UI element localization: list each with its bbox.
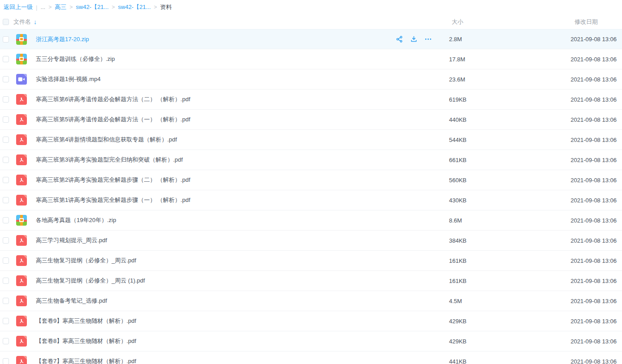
row-checkbox[interactable] <box>3 318 9 324</box>
row-actions <box>395 35 449 43</box>
file-modified-date: 2021-09-08 13:06 <box>488 197 622 204</box>
table-row[interactable]: 寒高三班第1讲高考实验题完全解题步骤（一） （解析）.pdf 430KB 202… <box>0 190 622 210</box>
file-modified-date: 2021-09-08 13:06 <box>488 56 622 63</box>
table-row[interactable]: 寒高三班第2讲高考实验题完全解题步骤（二） （解析）.pdf 560KB 202… <box>0 170 622 190</box>
breadcrumb-item[interactable]: sw42-【21... <box>76 4 108 10</box>
file-name-link[interactable]: 高三生物复习提纲（必修全）_周云 (1).pdf <box>36 277 449 285</box>
file-name-link[interactable]: 寒高三班第3讲高考实验题型完全归纳和突破（解析）.pdf <box>36 156 449 164</box>
file-name-link[interactable]: 【套卷8】寒高三生物随材（解析）.pdf <box>36 337 449 345</box>
row-checkbox[interactable] <box>3 157 9 163</box>
file-manager-page: 返回上一级 | ...>高三>sw42-【21...>sw42-【21...>资… <box>0 0 622 364</box>
row-checkbox[interactable] <box>3 358 9 364</box>
file-name-link[interactable]: 高三生物复习提纲（必修全）_周云.pdf <box>36 257 449 265</box>
file-name-link[interactable]: 寒高三班第5讲高考遗传题必会解题方法（一） （解析）.pdf <box>36 116 449 124</box>
table-row[interactable]: 高三生物备考笔记_选修.pdf 4.5M 2021-09-08 13:06 <box>0 291 622 311</box>
file-name-link[interactable]: 寒高三班第6讲高考遗传题必会解题方法（二） （解析）.pdf <box>36 95 449 103</box>
table-row[interactable]: 实验选择题1例-视频.mp4 23.6M 2021-09-08 13:06 <box>0 69 622 90</box>
table-row[interactable]: 高三生物复习提纲（必修全）_周云.pdf 161KB 2021-09-08 13… <box>0 251 622 271</box>
row-checkbox[interactable] <box>3 137 9 143</box>
file-size: 440KB <box>449 116 488 123</box>
sort-desc-icon[interactable]: ↓ <box>34 18 37 26</box>
table-row[interactable]: 高三生物复习提纲（必修全）_周云 (1).pdf 161KB 2021-09-0… <box>0 271 622 291</box>
file-name-link[interactable]: 【套卷9】寒高三生物随材（解析）.pdf <box>36 317 449 325</box>
file-name-link[interactable]: 实验选择题1例-视频.mp4 <box>36 75 449 83</box>
breadcrumb-separator: > <box>112 4 115 10</box>
table-row[interactable]: 高三学习规划提示_周云.pdf 384KB 2021-09-08 13:06 <box>0 231 622 251</box>
download-icon[interactable] <box>410 35 418 43</box>
table-row[interactable]: 寒高三班第4讲新情境题型和信息获取专题（解析）.pdf 544KB 2021-0… <box>0 130 622 150</box>
file-size: 4.5M <box>449 298 488 304</box>
file-modified-date: 2021-09-08 13:06 <box>488 257 622 264</box>
table-row[interactable]: 【套卷7】寒高三生物随材（解析）.pdf 441KB 2021-09-08 13… <box>0 351 622 364</box>
pdf-file-icon <box>16 255 27 266</box>
breadcrumb-separator: > <box>154 4 157 10</box>
row-checkbox[interactable] <box>3 56 9 62</box>
column-header-name[interactable]: 文件名 ↓ <box>13 18 37 26</box>
file-modified-date: 2021-09-08 13:06 <box>488 237 622 244</box>
breadcrumb: 返回上一级 | ...>高三>sw42-【21...>sw42-【21...>资… <box>0 0 622 14</box>
column-header-modified[interactable]: 修改日期 <box>574 18 598 26</box>
share-icon[interactable] <box>395 35 403 43</box>
file-size: 429KB <box>449 338 488 345</box>
file-name-link[interactable]: 各地高考真题（19年20年）.zip <box>36 216 449 224</box>
row-checkbox[interactable] <box>3 217 9 223</box>
file-size: 2.8M <box>449 36 488 43</box>
pdf-file-icon <box>16 316 27 326</box>
file-name-link[interactable]: 寒高三班第4讲新情境题型和信息获取专题（解析）.pdf <box>36 136 449 144</box>
file-name-link[interactable]: 【套卷7】寒高三生物随材（解析）.pdf <box>36 357 449 364</box>
file-size: 430KB <box>449 197 488 204</box>
file-modified-date: 2021-09-08 13:06 <box>488 177 622 184</box>
table-row[interactable]: 寒高三班第3讲高考实验题型完全归纳和突破（解析）.pdf 661KB 2021-… <box>0 150 622 170</box>
zip-file-icon <box>16 215 27 226</box>
table-row[interactable]: 【套卷9】寒高三生物随材（解析）.pdf 429KB 2021-09-08 13… <box>0 311 622 331</box>
table-row[interactable]: 各地高考真题（19年20年）.zip 8.6M 2021-09-08 13:06 <box>0 210 622 231</box>
select-all-checkbox[interactable] <box>3 19 9 25</box>
file-name-link[interactable]: 高三学习规划提示_周云.pdf <box>36 236 449 244</box>
breadcrumb-item[interactable]: 高三 <box>55 4 66 10</box>
row-checkbox[interactable] <box>3 237 9 244</box>
file-modified-date: 2021-09-08 13:06 <box>488 116 622 123</box>
file-modified-date: 2021-09-08 13:06 <box>488 96 622 103</box>
row-checkbox[interactable] <box>3 197 9 203</box>
pdf-file-icon <box>16 175 27 185</box>
breadcrumb-pipe: | <box>36 4 37 11</box>
file-name-link[interactable]: 寒高三班第2讲高考实验题完全解题步骤（二） （解析）.pdf <box>36 176 449 184</box>
row-checkbox[interactable] <box>3 257 9 264</box>
file-modified-date: 2021-09-08 13:06 <box>488 298 622 304</box>
zip-file-icon <box>16 54 27 64</box>
file-name-link[interactable]: 寒高三班第1讲高考实验题完全解题步骤（一） （解析）.pdf <box>36 196 449 204</box>
table-row[interactable]: 浙江高考题17-20.zip 2.8M 2021-09-08 13:06 <box>0 29 622 49</box>
row-checkbox[interactable] <box>3 177 9 183</box>
row-checkbox[interactable] <box>3 36 9 43</box>
column-header-size[interactable]: 大小 <box>452 18 463 26</box>
pdf-file-icon <box>16 295 27 306</box>
row-checkbox[interactable] <box>3 278 9 284</box>
table-row[interactable]: 五三分专题训练（必修全）.zip 17.8M 2021-09-08 13:06 <box>0 49 622 69</box>
file-modified-date: 2021-09-08 13:06 <box>488 338 622 345</box>
row-checkbox[interactable] <box>3 338 9 344</box>
breadcrumb-items: ...>高三>sw42-【21...>sw42-【21...>资料 <box>40 3 172 11</box>
table-row[interactable]: 【套卷8】寒高三生物随材（解析）.pdf 429KB 2021-09-08 13… <box>0 331 622 351</box>
row-checkbox[interactable] <box>3 298 9 304</box>
breadcrumb-item: 资料 <box>160 4 172 10</box>
pdf-file-icon <box>16 114 27 125</box>
file-modified-date: 2021-09-08 13:06 <box>488 278 622 284</box>
file-size: 429KB <box>449 318 488 325</box>
file-modified-date: 2021-09-08 13:06 <box>488 137 622 143</box>
row-checkbox[interactable] <box>3 116 9 123</box>
pdf-file-icon <box>16 195 27 206</box>
breadcrumb-item[interactable]: sw42-【21... <box>118 4 151 10</box>
back-up-link[interactable]: 返回上一级 <box>4 3 33 11</box>
file-modified-date: 2021-09-08 13:06 <box>488 318 622 325</box>
file-modified-date: 2021-09-08 13:06 <box>488 217 622 224</box>
file-name-link[interactable]: 浙江高考题17-20.zip <box>36 35 395 43</box>
file-name-link[interactable]: 五三分专题训练（必修全）.zip <box>36 55 449 63</box>
table-row[interactable]: 寒高三班第5讲高考遗传题必会解题方法（一） （解析）.pdf 440KB 202… <box>0 110 622 130</box>
file-name-link[interactable]: 高三生物备考笔记_选修.pdf <box>36 297 449 305</box>
row-checkbox[interactable] <box>3 96 9 103</box>
pdf-file-icon <box>16 154 27 165</box>
table-row[interactable]: 寒高三班第6讲高考遗传题必会解题方法（二） （解析）.pdf 619KB 202… <box>0 90 622 110</box>
more-icon[interactable] <box>424 35 432 43</box>
file-size: 619KB <box>449 96 488 103</box>
row-checkbox[interactable] <box>3 76 9 82</box>
